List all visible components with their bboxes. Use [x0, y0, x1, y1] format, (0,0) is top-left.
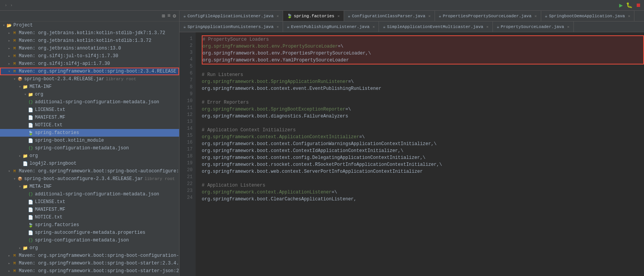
tree-item[interactable]: 📁org	[0, 91, 179, 98]
tree-icon-spring: 🍃	[28, 130, 34, 136]
tree-item[interactable]: 📄LICENSE.txt	[0, 198, 179, 206]
debug-button[interactable]: 🐛	[626, 2, 632, 8]
tab-icon: ☕	[183, 24, 186, 29]
editor-content: 123456789101112131415161718192021222324 …	[180, 32, 644, 276]
tree-label: spring.factories	[35, 222, 79, 228]
tree-item[interactable]: {}spring-configuration-metadata.json	[0, 236, 179, 244]
tree-label: Maven: org.springframework.boot:spring-b…	[19, 261, 179, 266]
tree-item[interactable]: 📦spring-boot-autoconfigure-2.3.4.RELEASE…	[0, 175, 179, 183]
tree-icon-text: 📄	[28, 114, 34, 121]
tab-SpringApplicationRunListeners.java[interactable]: ☕SpringApplicationRunListeners.java✕	[180, 21, 283, 32]
tree-label: org	[35, 92, 43, 97]
code-line	[202, 92, 644, 99]
tab-PropertySourceLoader.java[interactable]: ☕PropertySourceLoader.java✕	[493, 21, 574, 32]
tab-close-button[interactable]: ✕	[277, 14, 279, 18]
tab-close-button[interactable]: ✕	[338, 14, 340, 18]
tree-item[interactable]: MMaven: org.slf4j:slf4j-api:1.7.30	[0, 60, 179, 68]
line-number: 21	[180, 174, 196, 180]
tab-close-button[interactable]: ✕	[486, 25, 489, 29]
tree-arrow	[7, 38, 12, 43]
line-number: 7	[180, 77, 196, 84]
tree-item[interactable]: 📂Project	[0, 21, 179, 29]
tab-icon: ☕	[183, 13, 186, 18]
tree-item[interactable]: MMaven: org.springframework.boot:spring-…	[0, 167, 179, 175]
tree-item[interactable]: 📦spring-boot-2.3.4.RELEASE.jar library r…	[0, 75, 179, 83]
code-line	[202, 120, 644, 127]
tree-item[interactable]: 📄log4j2.springboot	[0, 160, 179, 167]
tree-item[interactable]: 📁META-INF	[0, 183, 179, 190]
tree-label: Maven: org.jetbrains.kotlin:kotlin-stdli…	[19, 38, 152, 43]
tree-item[interactable]: 🍃spring.factories	[0, 221, 179, 229]
tree-item[interactable]: 📄LICENSE.txt	[0, 106, 179, 114]
code-line: org.springframework.boot.diagnostics.Fai…	[202, 113, 644, 120]
stop-button[interactable]: ⏹	[636, 2, 641, 8]
tab-SpringbootDemoApplication.java[interactable]: ☕SpringbootDemoApplication.java✕	[541, 11, 635, 21]
code-line: org.springframework.context.ApplicationL…	[202, 189, 644, 196]
tree-arrow	[23, 207, 28, 212]
line-number: 23	[180, 187, 196, 194]
tree-item[interactable]: 📄NOTICE.txt	[0, 213, 179, 221]
tree-item[interactable]: MMaven: org.jetbrains:annotations:13.0	[0, 45, 179, 52]
tree-item[interactable]: 📄MANIFEST.MF	[0, 114, 179, 121]
tree-arrow	[7, 31, 12, 35]
code-editor[interactable]: # PropertySource Loadersorg.springframew…	[196, 32, 644, 276]
tree-icon-maven: M	[12, 253, 18, 259]
tree-arrow	[23, 230, 28, 235]
tab-label: SpringbootDemoApplication.java	[549, 14, 625, 18]
tree-item[interactable]: MMaven: org.slf4j:jul-to-slf4j:1.7.30	[0, 52, 179, 60]
tree-icon-maven: M	[12, 260, 18, 266]
tree-item[interactable]: 📁org	[0, 244, 179, 252]
tab-ConfigFileApplicationListener.java[interactable]: ☕ConfigFileApplicationListener.java✕	[180, 11, 283, 21]
tree-item[interactable]: MMaven: org.jetbrains.kotlin:kotlin-stdl…	[0, 37, 179, 45]
line-number: 24	[180, 194, 196, 201]
title-sep1: ›	[5, 3, 7, 8]
tree-item[interactable]: MMaven: org.springframework.boot:spring-…	[0, 259, 179, 267]
tree-item[interactable]: 📄spring-boot.kotlin_module	[0, 137, 179, 144]
tab-close-button[interactable]: ✕	[567, 25, 570, 29]
tab-EventPublishingRunListener.java[interactable]: ☕EventPublishingRunListener.java✕	[283, 21, 379, 32]
tree-item[interactable]: MMaven: org.springframework.boot:spring-…	[0, 267, 179, 275]
tab-ConfigurationClassParser.java[interactable]: ☕ConfigurationClassParser.java✕	[344, 11, 435, 21]
line-numbers: 123456789101112131415161718192021222324	[180, 32, 196, 276]
tree-item[interactable]: 📁META-INF	[0, 83, 179, 91]
tab-close-button[interactable]: ✕	[535, 14, 537, 18]
tab-spring.factories[interactable]: 🍃spring.factories✕	[283, 11, 344, 21]
tree-arrow	[23, 215, 28, 220]
line-number: 20	[180, 167, 196, 174]
tree-arrow	[2, 23, 6, 28]
code-line: # Application Context Initializers	[202, 127, 644, 134]
tree-item[interactable]: 📄NOTICE.txt	[0, 121, 179, 129]
tree-item[interactable]: {}additional-spring-configuration-metada…	[0, 98, 179, 106]
tree-item[interactable]: MMaven: org.springframework.boot:spring-…	[0, 68, 179, 75]
tree-item[interactable]: MMaven: org.springframework.boot:spring-…	[0, 252, 179, 259]
settings-icon[interactable]: ⚙	[173, 13, 176, 19]
tree-icon-folder: 📁	[22, 183, 28, 190]
tab-close-button[interactable]: ✕	[628, 14, 630, 18]
tab-close-button[interactable]: ✕	[277, 25, 279, 29]
tree-label: Maven: org.springframework.boot:spring-b…	[19, 253, 179, 258]
tree-arrow	[23, 100, 28, 104]
tree-arrow	[12, 77, 17, 81]
run-button[interactable]: ▶	[619, 2, 623, 9]
collapse-icon[interactable]: ≡	[167, 13, 170, 19]
tree-item[interactable]: {}spring-configuration-metadata.json	[0, 144, 179, 152]
tab-PropertiesPropertySourceLoader.java[interactable]: ☕PropertiesPropertySourceLoader.java✕	[435, 11, 541, 21]
expand-icon[interactable]: ⊞	[162, 13, 165, 19]
tree-label: spring-boot-2.3.4.RELEASE.jar	[24, 76, 104, 82]
tree-icon-jar: 📦	[17, 76, 23, 82]
tree-item[interactable]: 📁org	[0, 152, 179, 160]
code-line: # Application Listeners	[202, 182, 644, 189]
tab-SimpleApplicationEventMulticaster.java[interactable]: ☕SimpleApplicationEventMulticaster.java✕	[379, 21, 493, 32]
tree-label: spring.factories	[35, 130, 79, 136]
tab-label: ConfigFileApplicationListener.java	[188, 14, 273, 18]
tree-item[interactable]: MMaven: org.jetbrains.kotlin:kotlin-stdl…	[0, 29, 179, 37]
tree-item[interactable]: 🍃spring.factories	[0, 129, 179, 137]
tree-arrow	[18, 161, 22, 166]
tab-close-button[interactable]: ✕	[428, 14, 431, 18]
tree-item[interactable]: 📄MANIFEST.MF	[0, 206, 179, 213]
tree-item[interactable]: {}additional-spring-configuration-metada…	[0, 190, 179, 198]
line-number: 19	[180, 160, 196, 167]
tree-item[interactable]: 📄spring-autoconfigure-metadata.propertie…	[0, 229, 179, 236]
tab-close-button[interactable]: ✕	[372, 25, 375, 29]
title-bar: › › ▶ 🐛 ⏹	[0, 0, 644, 11]
